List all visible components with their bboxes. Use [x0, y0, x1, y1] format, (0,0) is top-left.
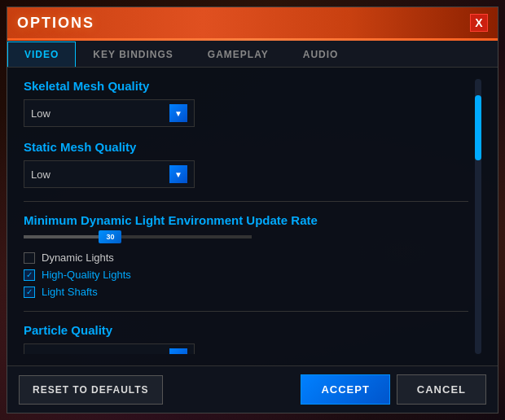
static-mesh-dropdown[interactable]: Low ▼ [24, 160, 195, 188]
footer-right: ACCEPT CANCEL [301, 374, 486, 405]
tab-video[interactable]: VIDEO [7, 42, 76, 67]
static-mesh-arrow[interactable]: ▼ [169, 165, 187, 183]
checkbox-item-dynamic-lights: Dynamic Lights [24, 252, 468, 264]
slider-fill [24, 235, 103, 238]
close-button[interactable]: X [470, 14, 488, 32]
checkbox-label-dynamic-lights: Dynamic Lights [42, 252, 114, 264]
slider-value: 30 [106, 233, 114, 241]
dynamic-light-section: Minimum Dynamic Light Environment Update… [24, 213, 468, 238]
dialog-title: OPTIONS [17, 15, 94, 32]
particle-quality-arrow[interactable]: ▼ [169, 348, 187, 354]
tab-gameplay[interactable]: GAMEPLAY [191, 42, 286, 67]
accept-button[interactable]: ACCEPT [301, 374, 389, 405]
content-wrapper: Skeletal Mesh Quality Low ▼ Static Mesh … [24, 79, 481, 354]
particle-quality-value: Low [31, 352, 50, 355]
checkbox-dynamic-lights[interactable] [24, 252, 35, 264]
skeletal-mesh-dropdown[interactable]: Low ▼ [24, 99, 195, 127]
scrollbar[interactable] [475, 79, 481, 354]
dynamic-light-label: Minimum Dynamic Light Environment Update… [24, 213, 468, 227]
slider-thumb[interactable]: 30 [99, 230, 121, 243]
particle-quality-dropdown[interactable]: Low ▼ [24, 343, 195, 354]
options-dialog: OPTIONS X VIDEO KEY BINDINGS GAMEPLAY AU… [7, 7, 498, 413]
checkbox-group: Dynamic Lights High-Quality Lights Light… [24, 252, 468, 298]
static-mesh-dropdown-container: Low ▼ [24, 160, 468, 188]
static-mesh-label: Static Mesh Quality [24, 140, 468, 154]
particle-quality-dropdown-container: Low ▼ [24, 343, 468, 354]
divider-1 [24, 201, 468, 202]
tab-keybindings[interactable]: KEY BINDINGS [76, 42, 190, 67]
particle-quality-label: Particle Quality [24, 323, 468, 337]
content-area: Skeletal Mesh Quality Low ▼ Static Mesh … [7, 68, 498, 365]
static-mesh-value: Low [31, 168, 50, 181]
skeletal-mesh-dropdown-container: Low ▼ [24, 99, 468, 127]
divider-2 [24, 311, 468, 312]
title-bar: OPTIONS X [7, 7, 498, 38]
footer: RESET TO DEFAULTS ACCEPT CANCEL [7, 365, 498, 413]
checkbox-label-light-shafts: Light Shafts [42, 286, 98, 298]
slider-track[interactable]: 30 [24, 235, 252, 238]
checkbox-label-high-quality-lights: High-Quality Lights [42, 269, 131, 281]
cancel-button[interactable]: CANCEL [397, 374, 486, 405]
skeletal-mesh-value: Low [31, 107, 50, 120]
checkbox-item-high-quality-lights: High-Quality Lights [24, 269, 468, 281]
scrollable-area: Skeletal Mesh Quality Low ▼ Static Mesh … [24, 79, 468, 354]
tabs-container: VIDEO KEY BINDINGS GAMEPLAY AUDIO [7, 38, 498, 68]
skeletal-mesh-arrow[interactable]: ▼ [169, 104, 187, 122]
scrollbar-thumb[interactable] [475, 95, 481, 160]
tab-audio[interactable]: AUDIO [286, 42, 356, 67]
skeletal-mesh-label: Skeletal Mesh Quality [24, 79, 468, 93]
reset-button[interactable]: RESET TO DEFAULTS [19, 375, 163, 405]
checkbox-item-light-shafts: Light Shafts [24, 286, 468, 298]
checkbox-light-shafts[interactable] [24, 287, 35, 298]
checkbox-high-quality-lights[interactable] [24, 269, 35, 281]
